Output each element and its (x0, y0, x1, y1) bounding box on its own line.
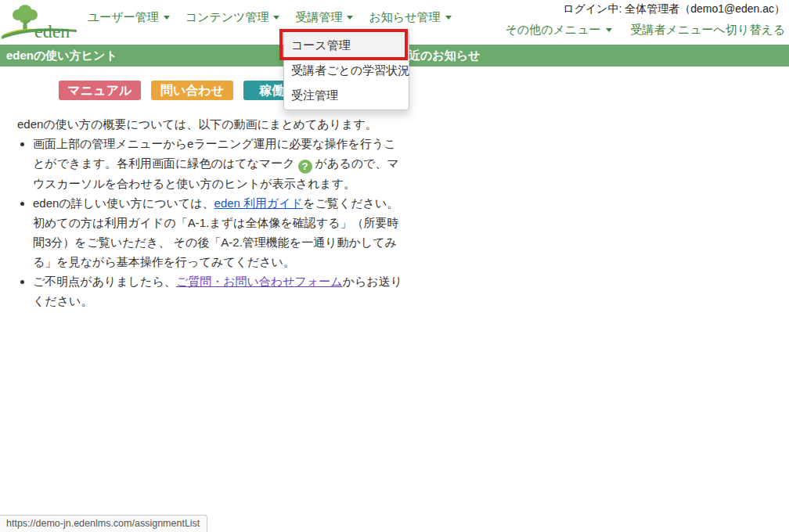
nav-label: 受講管理 (295, 10, 342, 25)
help-question-icon: ? (298, 160, 312, 174)
nav-label: コンテンツ管理 (186, 10, 269, 25)
nav-content-management[interactable]: コンテンツ管理 (178, 10, 288, 25)
list-item: ご不明点がありましたら、ご質問・お問い合わせフォームからお送りください。 (33, 271, 404, 311)
usage-hints-content: edenの使い方の概要については、以下の動画にまとめてあります。 画面上部の管理… (17, 114, 404, 311)
svg-text:eden: eden (34, 21, 70, 41)
main-nav: ユーザー管理 コンテンツ管理 受講管理 お知らせ管理 (80, 5, 459, 30)
nav-label: お知らせ管理 (369, 10, 440, 25)
manual-button[interactable]: マニュアル (59, 81, 141, 100)
contact-button[interactable]: 問い合わせ (151, 81, 233, 100)
usage-guide-link[interactable]: eden 利用ガイド (214, 196, 304, 210)
header-right: ログイン中: 全体管理者（demo1@eden.ac） その他のメニュー 受講者… (505, 2, 785, 38)
caret-down-icon (445, 16, 452, 20)
other-menu-dropdown[interactable]: その他のメニュー (505, 23, 611, 38)
caret-down-icon (273, 16, 279, 20)
enrollment-management-dropdown-menu: コース管理 受講者ごとの学習状況 受注管理 (283, 31, 409, 110)
nav-label: ユーザー管理 (88, 10, 159, 25)
nav-enrollment-management[interactable]: 受講管理 (287, 10, 361, 25)
hints-panel-title: edenの使い方ヒント (6, 45, 117, 66)
nav-user-management[interactable]: ユーザー管理 (80, 10, 178, 25)
nav-announcement-management[interactable]: お知らせ管理 (361, 10, 459, 25)
other-menu-label: その他のメニュー (505, 23, 600, 38)
list-item: 画面上部の管理メニューからeラーニング運用に必要な操作を行うことができます。各利… (33, 134, 404, 193)
hints-list: 画面上部の管理メニューからeラーニング運用に必要な操作を行うことができます。各利… (17, 134, 404, 311)
eden-tree-icon: eden (2, 2, 77, 42)
switch-to-learner-menu-link[interactable]: 受講者メニューへ切り替える (631, 23, 785, 38)
status-bar-url: https://demo-jn.edenlms.com/assignmentLi… (0, 515, 207, 532)
eden-logo[interactable]: eden (2, 2, 77, 42)
login-status: ログイン中: 全体管理者（demo1@eden.ac） (505, 2, 785, 16)
menu-item-course-management[interactable]: コース管理 (284, 33, 409, 58)
menu-item-learner-progress[interactable]: 受講者ごとの学習状況 (284, 58, 409, 83)
caret-down-icon (347, 16, 353, 20)
inquiry-form-link[interactable]: ご質問・お問い合わせフォーム (176, 275, 343, 288)
list-item: edenの詳しい使い方については、eden 利用ガイドをご覧ください。初めての方… (33, 193, 404, 271)
intro-text: edenの使い方の概要については、以下の動画にまとめてあります。 (17, 114, 404, 134)
caret-down-icon (606, 28, 612, 32)
menu-item-order-management[interactable]: 受注管理 (284, 83, 409, 108)
caret-down-icon (164, 16, 170, 20)
